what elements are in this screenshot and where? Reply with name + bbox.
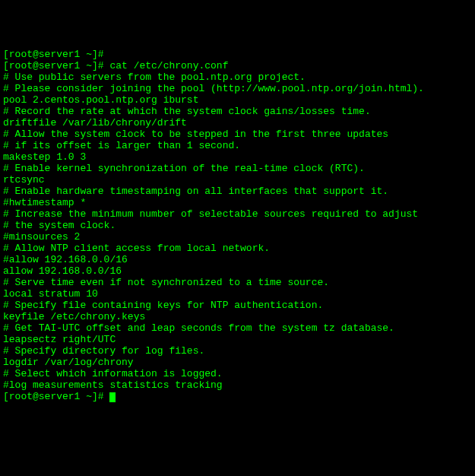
terminal-line: # Select which information is logged. [3, 368, 472, 379]
terminal-line: keyfile /etc/chrony.keys [3, 311, 472, 322]
terminal-line: # if its offset is larger than 1 second. [3, 140, 472, 151]
terminal-line: # Use public servers from the pool.ntp.o… [3, 71, 472, 83]
terminal-line: # Enable hardware timestamping on all in… [3, 186, 472, 197]
terminal-line: leapsectz right/UTC [3, 334, 472, 345]
terminal-line: # Get TAI-UTC offset and leap seconds fr… [3, 322, 472, 334]
terminal-line: # Increase the minimum number of selecta… [3, 208, 472, 220]
terminal-line: # Specify directory for log files. [3, 345, 472, 357]
terminal-line: driftfile /var/lib/chrony/drift [3, 117, 472, 129]
terminal-output[interactable]: [root@server1 ~]#[root@server1 ~]# cat /… [3, 49, 472, 402]
terminal-prompt[interactable]: [root@server1 ~]# [3, 391, 109, 402]
cursor-icon [109, 392, 116, 402]
terminal-line: local stratum 10 [3, 288, 472, 300]
terminal-line: logdir /var/log/chrony [3, 357, 472, 368]
terminal-line: [root@server1 ~]# cat /etc/chrony.conf [3, 60, 472, 71]
terminal-line: #hwtimestamp * [3, 197, 472, 208]
terminal-line: # Record the rate at which the system cl… [3, 106, 472, 117]
terminal-line: pool 2.centos.pool.ntp.org iburst [3, 94, 472, 106]
terminal-line: # Specify file containing keys for NTP a… [3, 300, 472, 311]
terminal-line: # the system clock. [3, 220, 472, 231]
terminal-line: # Please consider joining the pool (http… [3, 83, 472, 94]
terminal-line: makestep 1.0 3 [3, 151, 472, 163]
terminal-line: #log measurements statistics tracking [3, 379, 472, 391]
terminal-line: allow 192.168.0.0/16 [3, 265, 472, 277]
terminal-line: [root@server1 ~]# [3, 49, 472, 60]
terminal-line: # Allow the system clock to be stepped i… [3, 129, 472, 140]
terminal-line: # Allow NTP client access from local net… [3, 243, 472, 254]
terminal-line: # Enable kernel synchronization of the r… [3, 163, 472, 174]
terminal-line: rtcsync [3, 174, 472, 186]
terminal-line: #allow 192.168.0.0/16 [3, 254, 472, 265]
terminal-line: # Serve time even if not synchronized to… [3, 277, 472, 288]
terminal-line: #minsources 2 [3, 231, 472, 243]
